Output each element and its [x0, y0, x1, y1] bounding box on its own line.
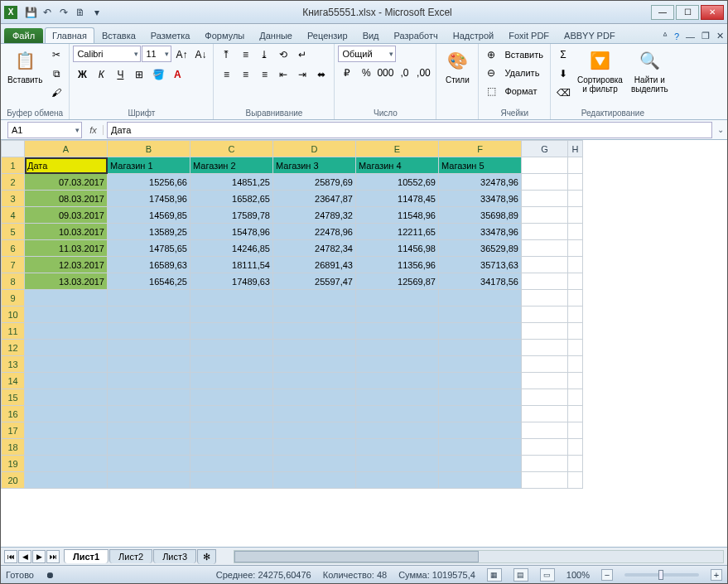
cell-F1[interactable]: Магазин 5	[439, 157, 522, 174]
sheet-nav-prev[interactable]: ◀	[18, 550, 31, 563]
cell-B18[interactable]	[108, 439, 190, 456]
sheet-tab-3[interactable]: Лист3	[153, 549, 196, 563]
cell-D12[interactable]	[273, 340, 356, 356]
cell-F3[interactable]: 33478,96	[439, 191, 522, 207]
cell-D7[interactable]: 26891,43	[273, 257, 356, 273]
view-layout-icon[interactable]: ▤	[513, 568, 528, 582]
align-bottom-icon[interactable]: ⤓	[255, 46, 273, 64]
cell-B11[interactable]	[108, 323, 190, 340]
workbook-min-icon[interactable]: —	[682, 30, 698, 43]
cell-C10[interactable]	[190, 306, 273, 323]
cell-C14[interactable]	[190, 373, 273, 389]
clear-icon[interactable]: ⌫	[554, 84, 572, 102]
cell-B7[interactable]: 16589,63	[108, 257, 190, 273]
cell-A7[interactable]: 12.03.2017	[25, 257, 108, 273]
font-color-button[interactable]: A	[168, 65, 186, 84]
cell-B12[interactable]	[108, 340, 190, 356]
sheet-tab-2[interactable]: Лист2	[109, 549, 152, 563]
cell-A17[interactable]	[25, 422, 108, 439]
cell-C19[interactable]	[190, 456, 273, 472]
fill-icon[interactable]: ⬇	[554, 65, 572, 83]
sheet-nav-last[interactable]: ⏭	[46, 550, 60, 563]
cell-C20[interactable]	[190, 472, 273, 489]
cell-B6[interactable]: 14785,65	[108, 240, 190, 257]
grow-font-icon[interactable]: A↑	[172, 46, 190, 64]
tab-addins[interactable]: Надстрой	[446, 27, 501, 43]
cell-E8[interactable]: 12569,87	[356, 273, 439, 290]
cell-E20[interactable]	[356, 472, 439, 489]
zoom-level[interactable]: 100%	[566, 570, 590, 580]
cell-C15[interactable]	[190, 389, 273, 406]
cell-A3[interactable]: 08.03.2017	[25, 191, 108, 207]
font-name-combo[interactable]: Calibri	[73, 46, 141, 62]
cell-C6[interactable]: 14246,85	[190, 240, 273, 257]
workbook-restore-icon[interactable]: ❐	[698, 29, 713, 43]
cell-F6[interactable]: 36529,89	[439, 240, 522, 257]
cell-E12[interactable]	[356, 340, 439, 356]
cell-F4[interactable]: 35698,89	[439, 207, 522, 224]
cell-B19[interactable]	[108, 456, 190, 472]
col-header-D[interactable]: D	[273, 141, 356, 157]
cell-D13[interactable]	[273, 356, 356, 373]
row-header-17[interactable]: 17	[2, 422, 25, 439]
bold-button[interactable]: Ж	[73, 65, 91, 84]
font-size-combo[interactable]: 11	[142, 46, 171, 62]
align-left-icon[interactable]: ≡	[217, 65, 235, 84]
cell-A18[interactable]	[25, 439, 108, 456]
cells-insert-button[interactable]: ⊕Вставить	[482, 46, 547, 64]
underline-button[interactable]: Ч	[111, 65, 129, 84]
tab-layout[interactable]: Разметка	[143, 27, 198, 43]
cell-D10[interactable]	[273, 306, 356, 323]
cell-F8[interactable]: 34178,56	[439, 273, 522, 290]
cell-D3[interactable]: 23647,87	[273, 191, 356, 207]
cell-D1[interactable]: Магазин 3	[273, 157, 356, 174]
cell-C2[interactable]: 14851,25	[190, 174, 273, 191]
align-center-icon[interactable]: ≡	[236, 65, 254, 84]
worksheet-grid[interactable]: ABCDEFGH1ДатаМагазин 1Магазин 2Магазин 3…	[1, 140, 727, 521]
cell-C8[interactable]: 17489,63	[190, 273, 273, 290]
row-header-19[interactable]: 19	[2, 456, 25, 472]
zoom-in-button[interactable]: +	[711, 569, 722, 581]
cell-F19[interactable]	[439, 456, 522, 472]
cell-B10[interactable]	[108, 306, 190, 323]
cell-E1[interactable]: Магазин 4	[356, 157, 439, 174]
cell-B8[interactable]: 16546,25	[108, 273, 190, 290]
cell-E7[interactable]: 11356,96	[356, 257, 439, 273]
align-top-icon[interactable]: ⤒	[217, 46, 235, 64]
cell-E3[interactable]: 11478,45	[356, 191, 439, 207]
cell-F15[interactable]	[439, 389, 522, 406]
col-header-B[interactable]: B	[108, 141, 190, 157]
percent-icon[interactable]: %	[357, 64, 375, 82]
tab-abbyy[interactable]: ABBYY PDF	[557, 27, 623, 43]
cell-A4[interactable]: 09.03.2017	[25, 207, 108, 224]
cells-format-button[interactable]: ⬚Формат	[482, 82, 540, 100]
cells-delete-button[interactable]: ⊖Удалить	[482, 64, 542, 82]
comma-icon[interactable]: 000	[376, 64, 394, 82]
cell-B16[interactable]	[108, 406, 190, 422]
row-header-14[interactable]: 14	[2, 373, 25, 389]
cell-D19[interactable]	[273, 456, 356, 472]
cell-F10[interactable]	[439, 306, 522, 323]
row-header-1[interactable]: 1	[2, 157, 25, 174]
sheet-tab-1[interactable]: Лист1	[64, 549, 108, 563]
dec-decimal-icon[interactable]: ,00	[414, 64, 432, 82]
select-all-corner[interactable]	[2, 141, 25, 157]
cell-B3[interactable]: 17458,96	[108, 191, 190, 207]
cell-C17[interactable]	[190, 422, 273, 439]
minimize-button[interactable]: —	[651, 5, 674, 20]
cell-B14[interactable]	[108, 373, 190, 389]
row-header-16[interactable]: 16	[2, 406, 25, 422]
cell-A14[interactable]	[25, 373, 108, 389]
row-header-15[interactable]: 15	[2, 389, 25, 406]
cell-A8[interactable]: 13.03.2017	[25, 273, 108, 290]
cell-C1[interactable]: Магазин 2	[190, 157, 273, 174]
styles-button[interactable]: 🎨 Стили	[440, 46, 475, 86]
zoom-out-button[interactable]: −	[601, 569, 613, 581]
cell-E18[interactable]	[356, 439, 439, 456]
cell-C11[interactable]	[190, 323, 273, 340]
cell-A12[interactable]	[25, 340, 108, 356]
wrap-text-icon[interactable]: ↵	[293, 46, 311, 64]
cell-D2[interactable]: 25879,69	[273, 174, 356, 191]
row-header-5[interactable]: 5	[2, 224, 25, 240]
row-header-10[interactable]: 10	[2, 306, 25, 323]
